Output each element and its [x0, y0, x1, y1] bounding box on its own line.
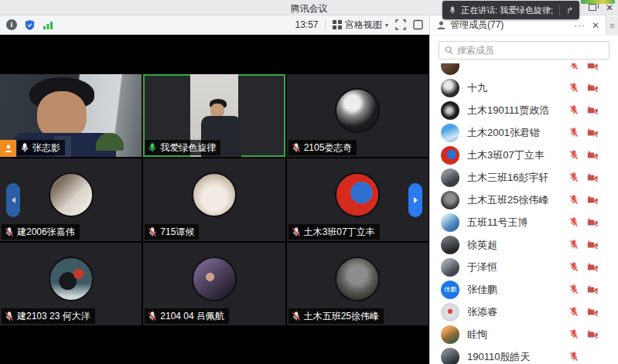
list-item[interactable]: 土木三班16彭宇轩 [430, 166, 618, 189]
camera-off-icon[interactable] [587, 106, 599, 115]
collapse-toast-icon[interactable]: ↰ [566, 5, 573, 15]
participant-name: 土木3班07丁立丰 [304, 226, 375, 239]
mic-off-icon[interactable] [569, 262, 579, 272]
mic-off-icon[interactable] [569, 240, 579, 250]
camera-off-icon[interactable] [587, 151, 599, 160]
list-item[interactable]: 徐英超 [430, 233, 618, 256]
list-item[interactable]: 土木2001张君锴 [430, 121, 618, 144]
video-tile[interactable]: 建2103 23 何大洋 [0, 243, 142, 325]
video-tile[interactable]: 2105娄志奇 [287, 74, 429, 157]
fullscreen-icon[interactable] [395, 19, 406, 30]
more-options-icon[interactable]: ··· [574, 20, 586, 31]
camera-off-icon[interactable] [587, 173, 599, 182]
list-item[interactable]: 十九 [430, 77, 618, 99]
avatar [335, 172, 380, 217]
layout-view-button[interactable]: 宫格视图 ▾ [333, 19, 388, 32]
mic-off-icon[interactable] [569, 352, 579, 362]
mic-off-icon[interactable] [569, 128, 579, 138]
mic-off-icon[interactable] [569, 195, 579, 205]
video-tile[interactable]: 我爱绿色旋律 [143, 74, 285, 157]
avatar [335, 257, 380, 301]
mic-on-icon [20, 143, 29, 153]
participant-name-tag: 2105娄志奇 [289, 140, 357, 155]
camera-off-icon[interactable] [587, 63, 599, 70]
video-tile[interactable]: 715谭候 [143, 158, 285, 241]
speaking-notification: 正在讲话: 我爱绿色旋律; ↰ [442, 1, 579, 19]
mic-off-icon[interactable] [569, 172, 579, 182]
avatar [441, 101, 459, 120]
avatar [49, 257, 94, 301]
mic-off-icon [292, 227, 301, 237]
avatar [441, 303, 459, 321]
list-item[interactable]: 眭恂 [430, 323, 618, 345]
camera-off-icon[interactable] [587, 128, 599, 138]
participant-name: 715谭候 [160, 226, 194, 239]
mic-off-icon[interactable] [569, 83, 579, 93]
camera-off-icon[interactable] [587, 308, 599, 317]
list-item[interactable]: 190110殷皓天 [430, 345, 618, 364]
next-page-button[interactable] [408, 183, 422, 217]
camera-off-icon[interactable] [587, 240, 599, 250]
avatar [335, 88, 380, 133]
mic-off-icon[interactable] [569, 329, 579, 339]
participant-name-tag: 土木3班07丁立丰 [289, 224, 380, 240]
list-item[interactable]: 张添睿 [430, 301, 618, 323]
camera-off-icon[interactable] [587, 263, 599, 272]
camera-off-icon[interactable] [587, 196, 599, 205]
security-shield-icon[interactable] [24, 19, 36, 31]
camera-off-icon[interactable] [587, 83, 599, 93]
avatar [441, 213, 459, 232]
participant-name-tag: 建2103 23 何大洋 [2, 308, 95, 324]
avatar [192, 257, 237, 301]
video-tile[interactable]: 张志影 [0, 74, 142, 157]
list-item[interactable]: 土木3班07丁立丰 [430, 144, 618, 166]
list-item[interactable]: 于泽恒 [430, 256, 618, 278]
layout-view-label: 宫格视图 [345, 19, 382, 32]
mic-icon [449, 5, 456, 15]
close-panel-icon[interactable]: ✕ [592, 20, 599, 31]
avatar [192, 172, 237, 217]
mic-off-icon[interactable] [569, 63, 579, 70]
video-tile[interactable]: 建2006张嘉伟 [0, 158, 142, 241]
video-tile[interactable]: 土木五班25徐伟峰 [287, 243, 429, 325]
mic-off-icon [148, 311, 157, 321]
video-tile[interactable]: 土木3班07丁立丰 [287, 158, 429, 241]
meeting-toolbar: i 13:57 宫格视图 ▾ [0, 15, 429, 35]
mic-off-icon[interactable] [569, 307, 579, 317]
video-tile[interactable]: 2104 04 吕佩航 [143, 243, 285, 325]
member-name: 土木3班07丁立丰 [467, 148, 545, 162]
video-grid-area: 张志影 我爱绿色旋律 2105娄志奇 建20 [0, 35, 429, 364]
restore-window-icon[interactable] [589, 4, 596, 11]
list-item[interactable]: 五班11号王博 [430, 211, 618, 233]
mic-off-icon[interactable] [569, 105, 579, 115]
members-icon [436, 20, 446, 30]
participant-name-tag: 2104 04 吕佩航 [145, 308, 229, 324]
chevron-left-icon [12, 197, 15, 203]
side-panel-toggle-icon[interactable] [413, 19, 423, 30]
camera-off-icon[interactable] [587, 330, 599, 339]
menu-icon[interactable]: ≡ [606, 16, 618, 35]
camera-off-icon[interactable] [587, 218, 599, 227]
mic-off-icon[interactable] [569, 284, 579, 294]
member-name: 十九 [467, 81, 487, 95]
meeting-info-icon[interactable]: i [6, 19, 17, 30]
mic-off-icon [292, 311, 301, 321]
avatar [441, 325, 459, 344]
search-input[interactable] [457, 45, 603, 56]
network-signal-icon[interactable] [43, 20, 53, 30]
list-item[interactable]: 土木五班25徐伟峰 [430, 189, 618, 211]
previous-page-button[interactable] [6, 183, 20, 217]
list-item[interactable]: 佳鹏 张佳鹏 [430, 278, 618, 301]
camera-off-icon[interactable] [587, 285, 599, 294]
mic-off-icon[interactable] [569, 150, 579, 160]
mic-off-icon[interactable] [569, 217, 579, 227]
member-list[interactable]: 十九 土木190111贾政浩 土木2001张君锴 土木3班07丁 [430, 63, 618, 364]
participant-name-tag: 土木五班25徐伟峰 [289, 308, 384, 324]
list-item[interactable] [430, 63, 618, 77]
participant-name: 我爱绿色旋律 [160, 141, 216, 155]
list-item[interactable]: 土木190111贾政浩 [430, 99, 618, 121]
avatar [441, 348, 459, 364]
member-search-box[interactable] [439, 41, 609, 60]
participant-name: 土木五班25徐伟峰 [304, 310, 379, 323]
member-name: 张添睿 [467, 305, 497, 319]
